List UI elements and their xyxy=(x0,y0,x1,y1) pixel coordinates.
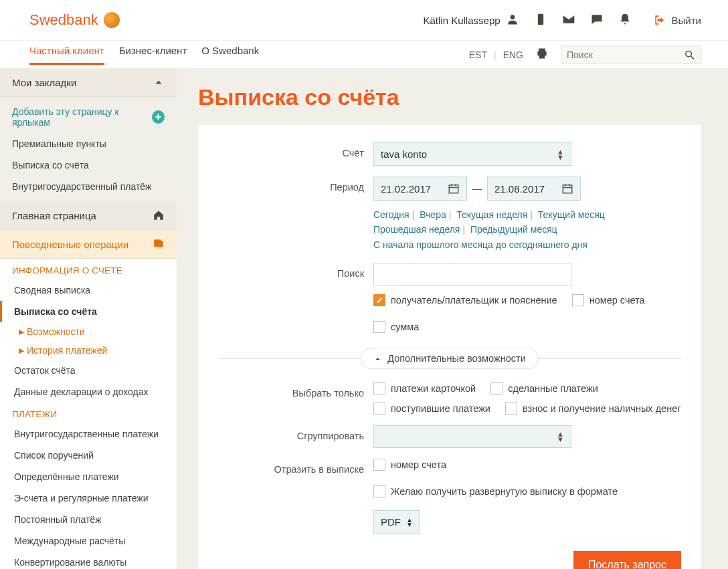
chk-cash[interactable]: взнос и получение наличных денег xyxy=(505,403,681,415)
statement-form-panel: Счёт tava konto ▲▼ Период 21.02.2017 xyxy=(198,125,701,569)
date-to-input[interactable]: 21.08.2017 xyxy=(487,177,581,201)
sidebar-bookmark-0[interactable]: Премиальные пункты xyxy=(0,133,177,154)
sidebar-home[interactable]: Главная страница xyxy=(0,201,177,230)
checkbox-icon xyxy=(373,321,385,333)
svg-rect-6 xyxy=(449,185,458,193)
period-today[interactable]: Сегодня xyxy=(373,209,410,220)
sidebar-payment-2[interactable]: Определённые платежи xyxy=(0,466,177,487)
user-name: Kätlin Kullassepp xyxy=(424,15,500,26)
mail-icon[interactable] xyxy=(562,13,575,28)
period-this-month[interactable]: Текущий месяц xyxy=(538,209,605,220)
chk-card-payments[interactable]: платежи карточкой xyxy=(373,382,476,394)
sidebar-payment-5[interactable]: Международные расчёты xyxy=(0,530,177,552)
lang-est[interactable]: EST xyxy=(469,49,487,60)
sidebar-payment-4[interactable]: Постоянный платёж xyxy=(0,509,177,530)
sidebar-payment-3[interactable]: Э-счета и регулярные платежи xyxy=(0,487,177,509)
chat-icon[interactable] xyxy=(590,13,604,28)
period-from-last-month[interactable]: С начала прошлого месяца до сегодняшнего… xyxy=(373,239,587,250)
chk-reflect-account[interactable]: номер счета xyxy=(373,459,446,471)
brand-link[interactable]: Swedbank xyxy=(29,11,120,29)
select-arrows-icon: ▲▼ xyxy=(406,518,413,527)
svg-rect-10 xyxy=(563,185,572,193)
sidebar-group-account: ИНФОРМАЦИЯ О СЧЕТЕ xyxy=(0,259,177,279)
bell-icon[interactable] xyxy=(618,13,632,28)
svg-point-2 xyxy=(686,51,692,57)
search-icon xyxy=(684,49,695,61)
tab-private-client[interactable]: Частный клиент xyxy=(29,45,104,65)
language-switcher: EST | ENG xyxy=(469,49,523,60)
chevron-up-icon xyxy=(373,354,382,363)
main-content: Выписка со счёта Счёт tava konto ▲▼ Пери… xyxy=(177,68,728,569)
period-last-week[interactable]: Прошедшая неделя xyxy=(373,224,460,235)
period-yesterday[interactable]: Вчера xyxy=(420,209,446,220)
group-by-select[interactable]: ▲▼ xyxy=(373,425,571,448)
profile-icon[interactable] xyxy=(506,13,519,28)
checkbox-icon xyxy=(373,382,385,394)
sidebar-subitem-history[interactable]: ▶История платежей xyxy=(0,341,177,360)
checkbox-icon xyxy=(505,403,517,415)
sidebar-bookmarks-header[interactable]: Мои закладки xyxy=(0,68,177,97)
sidebar-item-statement[interactable]: Выписка со счёта xyxy=(0,301,177,322)
sidebar-subitem-options[interactable]: ▶Возможности xyxy=(0,322,177,341)
chk-account-no[interactable]: номер счета xyxy=(572,294,645,306)
search-field[interactable] xyxy=(373,263,571,286)
logout-link[interactable]: Выйти xyxy=(653,13,701,27)
period-last-month[interactable]: Предыдущий месяц xyxy=(470,224,557,235)
brand-name: Swedbank xyxy=(29,11,98,29)
svg-rect-5 xyxy=(154,239,161,243)
lang-eng[interactable]: ENG xyxy=(503,49,523,60)
sidebar: Мои закладки Добавить эту страницу к ярл… xyxy=(0,68,177,569)
logout-label: Выйти xyxy=(672,15,701,26)
sidebar-item-summary[interactable]: Сводная выписка xyxy=(0,279,177,301)
calendar-icon xyxy=(561,183,573,195)
period-quick-links: Сегодня| Вчера| Текущая неделя| Текущий … xyxy=(373,207,681,252)
tab-about[interactable]: О Swedbank xyxy=(201,45,259,65)
sidebar-bookmark-1[interactable]: Выписка со счёта xyxy=(0,154,177,176)
account-select[interactable]: tava konto ▲▼ xyxy=(373,142,571,166)
home-icon xyxy=(153,209,165,221)
plus-icon: + xyxy=(152,110,165,124)
sidebar-group-payments: ПЛАТЕЖИ xyxy=(0,403,177,423)
sidebar-add-bookmark[interactable]: Добавить эту страницу к ярлыкам + xyxy=(0,101,177,133)
chk-payer-explanation[interactable]: получатель/плательщик и пояснение xyxy=(373,294,557,306)
period-this-week[interactable]: Текущая неделя xyxy=(456,209,527,220)
sidebar-item-tax[interactable]: Данные декларации о доходах xyxy=(0,381,177,403)
chevron-up-icon xyxy=(153,76,165,88)
sidebar-item-balance[interactable]: Остаток счёта xyxy=(0,360,177,381)
chk-amount[interactable]: сумма xyxy=(373,321,419,333)
wallet-icon xyxy=(153,238,165,250)
select-arrows-icon: ▲▼ xyxy=(557,431,564,442)
print-icon[interactable] xyxy=(535,47,549,62)
caret-right-icon: ▶ xyxy=(19,328,24,336)
label-group-by: Сгруппировать xyxy=(218,425,373,441)
checkbox-checked-icon xyxy=(373,294,385,306)
expand-bar: Дополнительные возможности xyxy=(218,348,681,369)
sidebar-daily-ops[interactable]: Повседневные операции xyxy=(0,230,177,259)
sidebar-payment-0[interactable]: Внутригосударственные платежи xyxy=(0,423,177,445)
expand-additional-options[interactable]: Дополнительные возможности xyxy=(361,348,539,369)
label-account: Счёт xyxy=(218,142,373,158)
date-from-input[interactable]: 21.02.2017 xyxy=(373,177,467,201)
sidebar-payment-1[interactable]: Список поручений xyxy=(0,445,177,466)
chk-extended-format[interactable]: Желаю получить развернутую выписку в фор… xyxy=(373,485,618,497)
tab-business-client[interactable]: Бизнес-клиент xyxy=(119,45,187,65)
select-arrows-icon: ▲▼ xyxy=(557,149,564,160)
chk-made-payments[interactable]: сделанные платежи xyxy=(490,382,598,394)
sidebar-payment-6[interactable]: Конвертирование валюты xyxy=(0,552,177,569)
search-input[interactable] xyxy=(567,49,684,60)
svg-line-3 xyxy=(691,56,694,59)
label-period: Период xyxy=(218,177,373,193)
sidebar-bookmarks-title: Мои закладки xyxy=(12,77,76,88)
caret-right-icon: ▶ xyxy=(19,346,24,355)
format-select[interactable]: PDF ▲▼ xyxy=(373,510,420,534)
mobile-icon[interactable] xyxy=(534,13,547,28)
global-search[interactable] xyxy=(561,45,701,64)
submit-button[interactable]: Послать запрос xyxy=(573,551,681,569)
chk-received-payments[interactable]: поступившие платежи xyxy=(373,403,490,415)
sidebar-bookmark-2[interactable]: Внутригосударственный платёж xyxy=(0,176,177,197)
calendar-icon xyxy=(448,183,460,195)
header-icons xyxy=(506,13,632,28)
account-value: tava konto xyxy=(381,148,427,160)
brand-logo-icon xyxy=(104,12,120,28)
svg-point-0 xyxy=(510,15,515,19)
